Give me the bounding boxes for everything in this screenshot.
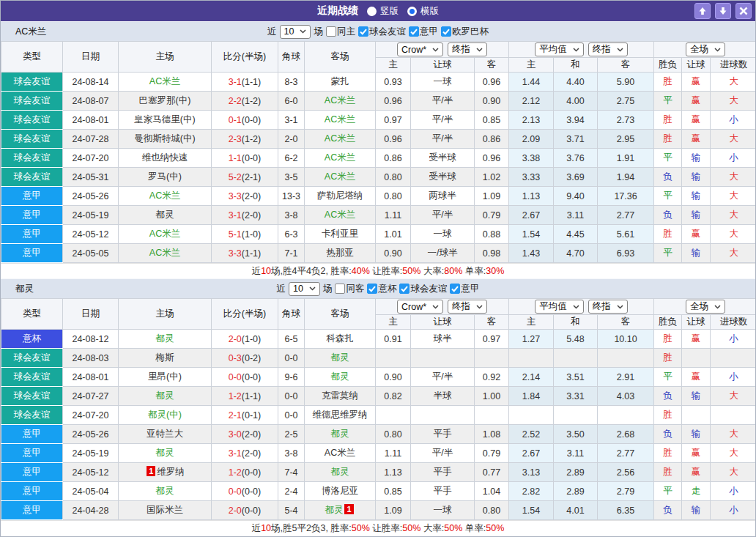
handicap-line: 两球半 bbox=[411, 187, 475, 206]
league-checkbox-1[interactable] bbox=[409, 26, 419, 37]
avg-away-odds: 2.68 bbox=[598, 425, 654, 444]
score-cell: 2-0(0-0) bbox=[212, 501, 278, 520]
away-team-label: AC米兰 bbox=[325, 448, 355, 458]
sub-header-avg-home: 主 bbox=[509, 315, 554, 330]
match-date: 24-05-12 bbox=[63, 225, 119, 244]
league-checkbox-2[interactable] bbox=[441, 26, 451, 37]
corner-score: 7-4 bbox=[278, 463, 305, 482]
match-row: 球会友谊24-07-20维也纳快速1-1(0-0)6-2AC米兰0.86受半球0… bbox=[1, 149, 756, 168]
odds-stage-select[interactable]: 终指 bbox=[448, 42, 487, 56]
home-team: 亚特兰大 bbox=[119, 425, 212, 444]
match-count-select[interactable]: 10 bbox=[280, 25, 311, 39]
section-header: 都灵 近10场同客意杯球会友谊意甲 bbox=[1, 278, 755, 298]
match-count-select-value: 10 bbox=[284, 26, 294, 37]
avg-away-odds: 17.36 bbox=[598, 187, 654, 206]
close-button[interactable] bbox=[735, 3, 752, 19]
layout-radio-vertical-group: 竖版 bbox=[367, 5, 399, 18]
move-down-button[interactable] bbox=[715, 3, 731, 19]
handicap-away-odds: 0.80 bbox=[475, 501, 509, 520]
fulltime-score: 3-1 bbox=[229, 448, 242, 459]
home-team: 国际米兰 bbox=[119, 501, 212, 520]
handicap-away-odds: 0.96 bbox=[475, 149, 509, 168]
handicap-away-odds: 1.02 bbox=[475, 168, 509, 187]
match-row: 意甲24-05-121维罗纳1-2(0-0)7-4都灵1.13平手0.773.1… bbox=[1, 463, 756, 482]
team-name: AC米兰 bbox=[15, 26, 46, 38]
avg-draw-odds: 4.00 bbox=[554, 92, 598, 111]
halftime-score: (0-0) bbox=[242, 372, 261, 382]
match-count-select[interactable]: 10 bbox=[289, 282, 320, 296]
match-row: 意甲24-05-04都灵0-0(0-0)2-4博洛尼亚0.85平手1.042.8… bbox=[1, 482, 756, 501]
fulltime-score: 2-0 bbox=[229, 334, 242, 344]
match-row: 意甲24-04-28国际米兰2-0(0-0)5-4都灵11.09一球0.801.… bbox=[1, 501, 756, 520]
europe-odds-select[interactable]: 平均值 bbox=[535, 42, 584, 56]
corner-score: 0-0 bbox=[278, 387, 305, 406]
same-venue-checkbox[interactable] bbox=[326, 26, 336, 37]
fulltime-score: 2-1 bbox=[229, 410, 242, 421]
summary-text: 单率: bbox=[462, 265, 486, 278]
result-goals: 小 bbox=[711, 111, 756, 130]
europe-stage-select[interactable]: 终指 bbox=[588, 300, 628, 314]
fulltime-score: 3-3 bbox=[229, 191, 242, 201]
result-handicap: 输 bbox=[682, 187, 711, 206]
same-venue-checkbox[interactable] bbox=[335, 284, 345, 294]
sub-header-result-handicap: 让球 bbox=[682, 58, 711, 73]
avg-draw-odds: 5.48 bbox=[554, 330, 598, 349]
handicap-line: 平/半 bbox=[411, 92, 475, 111]
league-checkbox-2[interactable] bbox=[450, 284, 460, 294]
period-select[interactable]: 全场 bbox=[686, 42, 725, 56]
result-handicap: 输 bbox=[682, 206, 711, 225]
league-badge: 意甲 bbox=[1, 244, 63, 263]
fulltime-score: 1-1 bbox=[229, 153, 242, 163]
match-date: 24-05-12 bbox=[63, 463, 119, 482]
avg-away-odds: 2.79 bbox=[598, 482, 654, 501]
league-checkbox-0[interactable] bbox=[358, 26, 368, 37]
score-cell: 3-1(2-0) bbox=[212, 444, 278, 463]
league-checkbox-0[interactable] bbox=[367, 284, 377, 294]
corner-score: 6-0 bbox=[278, 92, 305, 111]
score-cell: 3-0(2-0) bbox=[212, 425, 278, 444]
away-team-label: 都灵 bbox=[331, 429, 349, 439]
move-up-button[interactable] bbox=[694, 3, 711, 19]
vertical-layout-radio[interactable] bbox=[367, 7, 377, 16]
home-team: AC米兰 bbox=[119, 187, 212, 206]
close-icon bbox=[739, 7, 748, 15]
match-date: 24-05-26 bbox=[63, 187, 119, 206]
result-wdl: 胜 bbox=[654, 330, 682, 349]
avg-home-odds: 2.12 bbox=[509, 92, 554, 111]
avg-home-odds: 1.13 bbox=[509, 187, 554, 206]
same-venue-checkbox-label: 同客 bbox=[346, 283, 364, 295]
sub-header-handicap-home: 主 bbox=[376, 58, 411, 73]
home-team-label: AC米兰 bbox=[149, 248, 180, 258]
odds-source-select[interactable]: Crow* bbox=[397, 300, 443, 314]
league-checkbox-1-item: 意甲 bbox=[409, 26, 438, 38]
avg-home-odds: 1.54 bbox=[509, 501, 554, 520]
recent-results-window: { "titlebar": { "title": "近期战绩", "radios… bbox=[0, 0, 756, 537]
handicap-away-odds: 1.08 bbox=[475, 425, 509, 444]
result-handicap: 输 bbox=[682, 149, 711, 168]
europe-stage-select[interactable]: 终指 bbox=[588, 42, 628, 56]
halftime-score: (2-0) bbox=[242, 448, 261, 459]
handicap-home-odds: 0.96 bbox=[376, 92, 411, 111]
result-wdl: 负 bbox=[654, 206, 682, 225]
home-team-label: 曼彻斯特城(中) bbox=[134, 133, 195, 144]
summary-text: 30% bbox=[486, 266, 504, 276]
avg-away-odds: 2.75 bbox=[598, 92, 654, 111]
home-team-label: AC米兰 bbox=[149, 229, 180, 239]
corner-score: 5-4 bbox=[278, 501, 305, 520]
avg-draw-odds: 3.50 bbox=[554, 425, 598, 444]
europe-odds-select[interactable]: 平均值 bbox=[535, 300, 584, 314]
summary-row: 近10场,胜4平4负2, 胜率:40% 让胜率:50% 大率:80% 单率:30… bbox=[1, 263, 755, 278]
league-checkbox-2-label: 意甲 bbox=[461, 283, 479, 295]
handicap-home-odds bbox=[376, 349, 411, 368]
horizontal-layout-radio[interactable] bbox=[407, 7, 417, 16]
period-select[interactable]: 全场 bbox=[686, 300, 725, 314]
fulltime-score: 5-1 bbox=[229, 229, 242, 240]
league-checkbox-1[interactable] bbox=[399, 284, 410, 294]
handicap-line: 一球 bbox=[411, 225, 475, 244]
result-handicap: 赢 bbox=[682, 130, 711, 149]
match-row: 球会友谊24-08-07巴塞罗那(中)2-2(1-2)6-0AC米兰0.96平/… bbox=[1, 92, 756, 111]
odds-stage-select[interactable]: 终指 bbox=[448, 300, 487, 314]
chevron-down-icon bbox=[300, 29, 306, 34]
avg-draw-odds: 3.31 bbox=[554, 387, 598, 406]
odds-source-select[interactable]: Crow* bbox=[397, 42, 443, 56]
